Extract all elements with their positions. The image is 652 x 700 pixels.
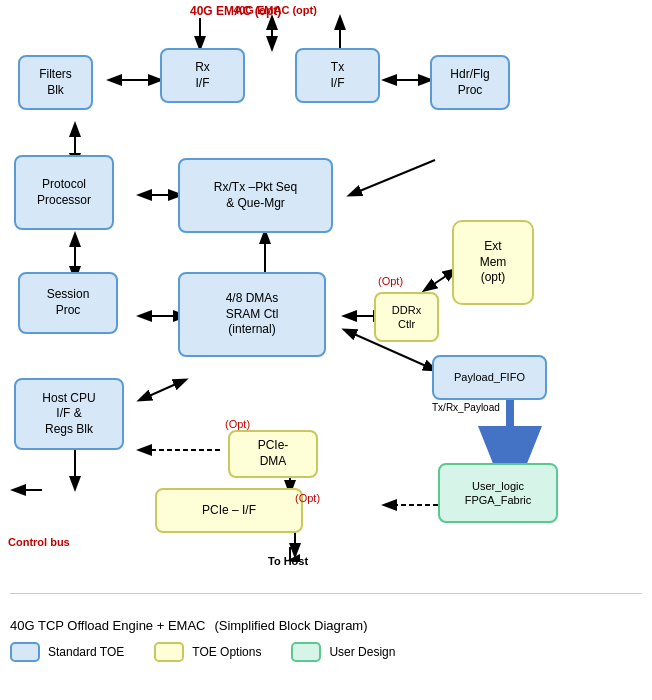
pcie-if-block: PCIe – I/F: [155, 488, 303, 533]
legend-box-yellow: [154, 642, 184, 662]
ext-mem-block: Ext Mem (opt): [452, 220, 534, 305]
ddrx-ctlr-block: DDRx Ctlr: [374, 292, 439, 342]
tx-rx-payload-label: Tx/Rx_Payload: [432, 402, 500, 413]
legend-toe-options: TOE Options: [154, 642, 261, 662]
pcie-dma-block: PCIe- DMA: [228, 430, 318, 478]
dmas-sram-block: 4/8 DMAs SRAM Ctl (internal): [178, 272, 326, 357]
opt-label-pcie-if: (Opt): [295, 492, 320, 504]
to-host-arrow: [280, 547, 300, 562]
filters-blk-block: Filters Blk: [18, 55, 93, 110]
payload-fifo-block: Payload_FIFO: [432, 355, 547, 400]
legend-box-green: [291, 642, 321, 662]
diagram-container: 40G EMAC (opt) Rx I/F Tx I/F Filters Blk…: [0, 0, 652, 700]
control-bus-label: Control bus: [8, 536, 70, 548]
emac-label-top: 40G EMAC (opt): [190, 4, 281, 18]
opt-label-pcie-dma: (Opt): [225, 418, 250, 430]
tx-if-block: Tx I/F: [295, 48, 380, 103]
rx-tx-pkt-seq-block: Rx/Tx –Pkt Seq & Que-Mgr: [178, 158, 333, 233]
legend-user-design: User Design: [291, 642, 395, 662]
protocol-processor-block: Protocol Processor: [14, 155, 114, 230]
svg-line-10: [350, 160, 435, 195]
hdr-flg-proc-block: Hdr/Flg Proc: [430, 55, 510, 110]
legend-standard-toe: Standard TOE: [10, 642, 124, 662]
opt-label-ddrx: (Opt): [378, 275, 403, 287]
user-logic-block: User_logic FPGA_Fabric: [438, 463, 558, 523]
session-proc-block: Session Proc: [18, 272, 118, 334]
svg-line-17: [140, 380, 185, 400]
title-area: 40G TCP Offload Engine + EMAC (Simplifie…: [10, 616, 642, 662]
divider-line: [10, 593, 642, 594]
host-cpu-block: Host CPU I/F & Regs Blk: [14, 378, 124, 450]
legend-box-blue: [10, 642, 40, 662]
legend: Standard TOE TOE Options User Design: [10, 642, 642, 662]
main-title: 40G TCP Offload Engine + EMAC (Simplifie…: [10, 616, 642, 634]
svg-line-14: [425, 270, 455, 290]
rx-if-block: Rx I/F: [160, 48, 245, 103]
